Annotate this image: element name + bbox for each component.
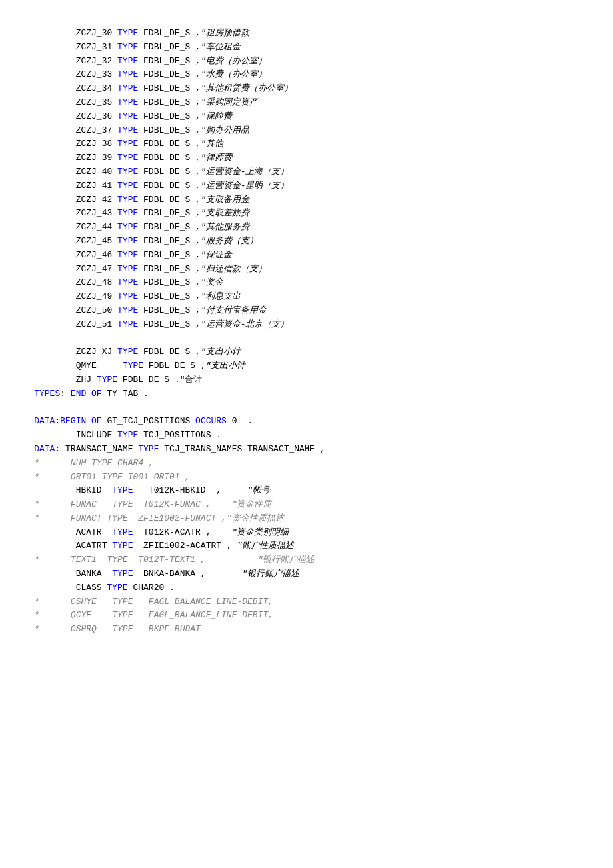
- code-line: INCLUDE TYPE TCJ_POSITIONS .: [13, 429, 600, 443]
- code-line: ZCZJ_30 TYPE FDBL_DE_S ,"租房预借款: [13, 27, 600, 41]
- code-text: GT_TCJ_POSITIONS: [102, 416, 195, 426]
- keyword: DATA: [34, 444, 55, 454]
- code-line: ZCZJ_33 TYPE FDBL_DE_S ,"水费（办公室）: [13, 68, 600, 82]
- code-text: ZCZJ_36: [76, 111, 117, 121]
- comment-text: "服务费（支）: [201, 236, 258, 246]
- comment-text: "采购固定资产: [201, 97, 258, 107]
- code-text: ZCZJ_40: [76, 167, 117, 177]
- comment-text: "帐号: [247, 485, 270, 495]
- code-line: ZCZJ_45 TYPE FDBL_DE_S ,"服务费（支）: [13, 235, 600, 249]
- comment-text: "购办公用品: [201, 125, 249, 135]
- code-line: ZCZJ_38 TYPE FDBL_DE_S ,"其他: [13, 137, 600, 151]
- comment-line: * FUNAC TYPE T012K-FUNAC , "资金性质: [34, 499, 271, 509]
- comment-text: "保证金: [201, 250, 232, 260]
- code-text: FDBL_DE_S ,: [138, 28, 201, 38]
- code-text: FDBL_DE_S ,: [138, 83, 201, 93]
- code-text: ZCZJ_47: [76, 264, 117, 274]
- code-text: ZCZJ_39: [76, 153, 117, 163]
- comment-text: "其他: [201, 139, 223, 149]
- code-text: ZCZJ_32: [76, 56, 117, 66]
- keyword: TYPE: [117, 236, 138, 246]
- comment-text: "支出小计: [206, 361, 246, 371]
- code-line: ZCZJ_37 TYPE FDBL_DE_S ,"购办公用品: [13, 124, 600, 138]
- code-text: CHAR20 .: [128, 583, 175, 593]
- code-text: FDBL_DE_S ,: [138, 291, 201, 301]
- code-text: FDBL_DE_S ,: [138, 250, 201, 260]
- code-text: FDBL_DE_S ,: [138, 42, 201, 52]
- keyword: TYPE: [117, 264, 138, 274]
- comment-text: "付支付宝备用金: [201, 305, 267, 315]
- keyword: TYPE: [117, 319, 138, 329]
- code-text: FDBL_DE_S ,: [138, 111, 201, 121]
- comment-text: "利息支出: [201, 291, 241, 301]
- code-line: [13, 401, 600, 415]
- keyword: TYPE: [117, 430, 138, 440]
- comment-text: "运营资金-昆明（支）: [201, 181, 289, 191]
- code-line: QMYE TYPE FDBL_DE_S ,"支出小计: [13, 359, 600, 373]
- code-text: ACATRT: [76, 541, 113, 551]
- keyword: TYPES: [34, 389, 60, 399]
- code-text: CLASS: [76, 583, 107, 593]
- comment-line: * TEXT1 TYPE T012T-TEXT1 , "银行账户描述: [34, 555, 314, 565]
- code-text: FDBL_DE_S ,: [138, 139, 201, 149]
- keyword: TYPE: [117, 291, 138, 301]
- code-line: ZCZJ_47 TYPE FDBL_DE_S ,"归还借款（支）: [13, 263, 600, 277]
- code-text: ZCZJ_35: [76, 97, 117, 107]
- code-line: ZCZJ_34 TYPE FDBL_DE_S ,"其他租赁费（办公室）: [13, 82, 600, 96]
- code-container: ZCZJ_30 TYPE FDBL_DE_S ,"租房预借款 ZCZJ_31 T…: [0, 27, 613, 637]
- comment-line: * FUNACT TYPE ZFIE1002-FUNACT ,"资金性质描述: [34, 513, 283, 523]
- comment-line: * ORT01 TYPE T001-ORT01 ,: [34, 472, 190, 482]
- keyword: OCCURS: [195, 416, 227, 426]
- code-text: ZCZJ_37: [76, 125, 117, 135]
- code-text: BNKA-BANKA ,: [133, 569, 242, 579]
- keyword: TYPE: [117, 69, 138, 79]
- code-line: ZCZJ_44 TYPE FDBL_DE_S ,"其他服务费: [13, 221, 600, 235]
- code-text: FDBL_DE_S ."合计: [117, 375, 202, 385]
- keyword: TYPE: [117, 181, 138, 191]
- code-line: ZCZJ_39 TYPE FDBL_DE_S ,"律师费: [13, 151, 600, 165]
- keyword: TYPE: [117, 125, 138, 135]
- keyword: TYPE: [117, 250, 138, 260]
- code-text: FDBL_DE_S ,: [138, 264, 201, 274]
- code-text: ZCZJ_42: [76, 195, 117, 205]
- comment-line: * CSHRQ TYPE BKPF-BUDAT: [34, 624, 201, 634]
- code-text: ZCZJ_51: [76, 319, 117, 329]
- code-text: FDBL_DE_S ,: [138, 167, 201, 177]
- code-line: DATA:BEGIN OF GT_TCJ_POSITIONS OCCURS 0 …: [13, 415, 600, 429]
- code-text: ZFIE1002-ACATRT ,: [133, 541, 237, 551]
- code-line: ACATRT TYPE ZFIE1002-ACATRT , "账户性质描述: [13, 539, 600, 553]
- keyword: TYPE: [112, 485, 133, 495]
- keyword: TYPE: [138, 444, 159, 454]
- keyword: TYPE: [117, 139, 138, 149]
- code-text: 0 .: [227, 416, 253, 426]
- code-line: ZCZJ_50 TYPE FDBL_DE_S ,"付支付宝备用金: [13, 304, 600, 318]
- code-line: ZCZJ_40 TYPE FDBL_DE_S ,"运营资金-上海（支）: [13, 165, 600, 179]
- comment-text: "其他服务费: [201, 222, 249, 232]
- code-line: ZCZJ_35 TYPE FDBL_DE_S ,"采购固定资产: [13, 96, 600, 110]
- code-text: FDBL_DE_S ,: [138, 195, 201, 205]
- code-text: ZCZJ_44: [76, 222, 117, 232]
- keyword: END OF: [71, 389, 102, 399]
- keyword: TYPE: [112, 569, 133, 579]
- code-text: T012K-HBKID ,: [133, 485, 247, 495]
- comment-text: "银行账户描述: [242, 569, 299, 579]
- code-text: FDBL_DE_S ,: [143, 361, 206, 371]
- code-line: DATA: TRANSACT_NAME TYPE TCJ_TRANS_NAMES…: [13, 443, 600, 457]
- code-line: TYPES: END OF TY_TAB .: [13, 387, 600, 401]
- code-text: ZCZJ_45: [76, 236, 117, 246]
- keyword: TYPE: [112, 527, 133, 537]
- comment-text: "支取差旅费: [201, 208, 249, 218]
- code-text: FDBL_DE_S ,: [138, 319, 201, 329]
- comment-text: "支取备用金: [201, 195, 249, 205]
- keyword: TYPE: [117, 305, 138, 315]
- code-text: ZCZJ_30: [76, 28, 117, 38]
- comment-line: * NUM TYPE CHAR4 ,: [34, 458, 153, 468]
- code-text: ZCZJ_38: [76, 139, 117, 149]
- code-line: ZCZJ_49 TYPE FDBL_DE_S ,"利息支出: [13, 290, 600, 304]
- code-line: HBKID TYPE T012K-HBKID , "帐号: [13, 484, 600, 498]
- comment-text: "账户性质描述: [237, 541, 294, 551]
- comment-text: "车位租金: [201, 42, 241, 52]
- comment-line: * CSHYE TYPE FAGL_BALANCE_LINE-DEBIT,: [34, 597, 273, 607]
- code-text: : TRANSACT_NAME: [55, 444, 138, 454]
- code-text: ZCZJ_50: [76, 305, 117, 315]
